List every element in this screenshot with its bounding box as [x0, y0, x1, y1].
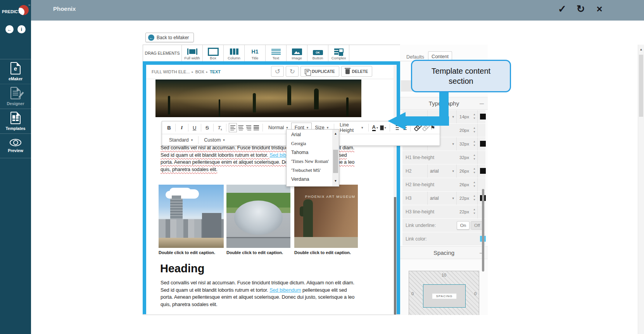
underline-button[interactable]: U [191, 123, 199, 132]
page-scrollbar-thumb[interactable] [639, 55, 643, 117]
editor-scrollbar[interactable] [394, 65, 397, 315]
font-size-input[interactable]: 20px [457, 124, 478, 137]
sidebar-item-designer[interactable]: Designer [0, 84, 31, 109]
figure-city: Double click to edit caption. [159, 185, 224, 255]
line-height-dropdown[interactable]: Line Height [337, 123, 366, 133]
image-caption[interactable]: Double click to edit caption. [294, 250, 358, 255]
font-size-input[interactable]: 26px [457, 164, 478, 178]
scroll-up-icon[interactable]: ▲ [638, 48, 644, 51]
background-color-button[interactable]: ▾ [379, 123, 387, 132]
info-circle-button[interactable]: i [17, 25, 26, 33]
editor-scrollbar-thumb[interactable] [394, 197, 396, 315]
font-select[interactable]: arial [427, 192, 457, 205]
spacing-top-value[interactable]: 10 [409, 273, 479, 277]
font-size-input[interactable]: 26px [457, 178, 478, 191]
custom-dropdown[interactable]: Custom [201, 135, 228, 145]
color-swatch[interactable] [480, 168, 486, 174]
text-link[interactable]: Sed bibendum [269, 287, 301, 293]
duplicate-button[interactable]: DUPLICATE [300, 66, 339, 77]
image-caption[interactable]: Double click to edit caption. [159, 250, 224, 255]
bold-button[interactable]: B [165, 123, 173, 132]
font-option[interactable]: 'Helvetica Neue' [287, 184, 332, 187]
refresh-icon[interactable]: ↻ [575, 2, 587, 16]
color-swatch[interactable] [480, 114, 486, 119]
annotation-arrow-head [388, 112, 406, 130]
typography-row-link-underline: Link underline: On Off [402, 219, 485, 232]
clear-format-button[interactable]: T [216, 123, 224, 132]
link-underline-on-button[interactable]: On [457, 221, 470, 230]
spacing-center-label: SPACING [432, 293, 457, 299]
dropdown-scrollbar-thumb[interactable] [333, 150, 338, 173]
align-left-button[interactable] [229, 123, 237, 132]
spacing-left-value[interactable]: 0 [411, 291, 414, 296]
breadcrumb-separator-icon: ▸ [206, 70, 208, 74]
font-option[interactable]: 'Trebuchet MS' [287, 166, 332, 175]
drag-element-image[interactable]: Image [287, 45, 307, 61]
font-select[interactable]: arial [427, 164, 457, 178]
standard-dropdown[interactable]: Standard [166, 135, 196, 145]
font-option[interactable]: Tahoma [287, 148, 332, 157]
typography-row-h3: H3 arial 22px [402, 192, 485, 205]
font-option[interactable]: Verdana [287, 175, 332, 184]
redo-button[interactable]: ↻ [286, 66, 299, 77]
spacing-right-value[interactable]: 0 [474, 291, 477, 296]
scroll-down-icon[interactable]: ▼ [332, 178, 339, 184]
designer-doc-icon [10, 87, 21, 99]
undo-button[interactable]: ↺ [271, 66, 284, 77]
content-heading[interactable]: Heading [160, 262, 204, 275]
spacing-bottom-value[interactable]: 10 [409, 315, 479, 315]
back-to-emaker-button[interactable]: ← Back to eMaker [145, 33, 194, 42]
drag-element-button[interactable]: OK Button [307, 45, 328, 61]
image-caption[interactable]: Double click to edit caption. [226, 250, 290, 255]
breadcrumb-root[interactable]: FULL WIDTH ELE... [152, 69, 190, 74]
body-paragraph[interactable]: Sed convallis vel nisl at accumsan. Fusc… [161, 279, 355, 308]
desert-banner-image[interactable] [155, 80, 361, 117]
drag-element-column[interactable]: Column [224, 45, 245, 61]
font-size-input[interactable]: 14px [457, 110, 478, 123]
font-size-input[interactable]: 32px [457, 151, 478, 164]
stepper-icon [473, 140, 476, 147]
text-lines-icon [270, 48, 282, 55]
font-option[interactable]: Arial [287, 130, 332, 139]
page-scrollbar[interactable]: ▲ [638, 45, 644, 334]
stepper-icon [473, 126, 476, 134]
drag-element-text[interactable]: Text [266, 45, 287, 61]
collapse-icon[interactable] [480, 100, 484, 106]
sidebar-item-preview[interactable]: Preview [0, 133, 31, 158]
drag-element-complex[interactable]: Complex [328, 45, 349, 61]
font-option[interactable]: 'Times New Roman' [287, 157, 332, 166]
font-size-input[interactable]: 22px [457, 205, 478, 218]
strikethrough-button[interactable]: S [203, 123, 211, 132]
figure-stadium: Double click to edit caption. [226, 185, 290, 255]
drag-element-box[interactable]: Box [203, 45, 224, 61]
panel-scrollbar-thumb[interactable] [482, 189, 484, 272]
font-size-input[interactable]: 32px [457, 137, 478, 151]
breadcrumb-box[interactable]: BOX [195, 69, 204, 74]
breadcrumb-text: TEXT [210, 69, 221, 74]
city-photo[interactable] [159, 185, 224, 248]
image-icon [292, 48, 302, 55]
drag-element-full-width[interactable]: Full width [182, 45, 203, 61]
scroll-up-icon[interactable]: ▲ [332, 130, 339, 137]
text-color-button[interactable]: A▾ [371, 123, 379, 132]
align-center-button[interactable] [237, 123, 245, 132]
close-icon[interactable]: × [594, 2, 605, 16]
templates-doc-icon [10, 112, 21, 124]
dropdown-scrollbar[interactable]: ▲ ▼ [332, 130, 339, 186]
confirm-icon[interactable]: ✓ [556, 2, 568, 16]
back-circle-button[interactable]: ← [5, 25, 14, 33]
typography-row-h2-line-height: H2 line-height 26px [402, 178, 485, 191]
italic-button[interactable]: I [178, 123, 186, 132]
museum-photo[interactable]: PHOENIX ART MUSEUM [294, 185, 358, 248]
drag-element-title[interactable]: H1 Title [245, 45, 266, 61]
font-size-input[interactable]: 22px [457, 192, 478, 205]
color-swatch[interactable] [480, 141, 486, 147]
font-option[interactable]: Georgia [287, 139, 332, 148]
stadium-photo[interactable] [226, 185, 290, 248]
sidebar-item-templates[interactable]: Templates [0, 109, 31, 133]
sidebar-item-emaker[interactable]: e eMaker [0, 59, 31, 84]
align-right-button[interactable] [245, 123, 252, 132]
justify-button[interactable] [252, 123, 260, 132]
delete-button[interactable]: DELETE [341, 66, 372, 77]
typography-row-h3-line-height: H3 line-height 22px [402, 205, 485, 218]
